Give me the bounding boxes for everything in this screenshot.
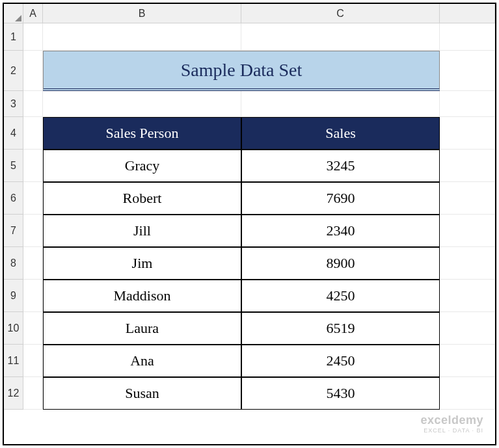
cell-d4[interactable]	[440, 117, 495, 150]
table-row[interactable]: Laura	[43, 312, 241, 345]
cell-d6[interactable]	[440, 182, 495, 215]
cell-a3[interactable]	[23, 91, 43, 117]
watermark-brand: exceldemy	[420, 414, 483, 427]
table-row[interactable]: Gracy	[43, 150, 241, 182]
row-header-1[interactable]: 1	[4, 23, 23, 51]
cell-a10[interactable]	[23, 312, 43, 345]
cell-a2[interactable]	[23, 51, 43, 91]
cell-d1[interactable]	[440, 23, 495, 51]
row-header-4[interactable]: 4	[4, 117, 23, 150]
spreadsheet-frame: A B C 1 2 Sample Data Set 3 4 Sales Pers…	[3, 3, 496, 445]
row-header-7[interactable]: 7	[4, 215, 23, 247]
cell-a6[interactable]	[23, 182, 43, 215]
row-header-12[interactable]: 12	[4, 377, 23, 410]
select-all-corner[interactable]	[4, 4, 23, 23]
table-row[interactable]: 2450	[241, 345, 440, 377]
table-header-person[interactable]: Sales Person	[43, 117, 241, 150]
table-row[interactable]: Robert	[43, 182, 241, 215]
col-header-d[interactable]	[440, 4, 495, 23]
cell-a7[interactable]	[23, 215, 43, 247]
row-header-2[interactable]: 2	[4, 51, 23, 91]
col-header-a[interactable]: A	[23, 4, 43, 23]
cell-d8[interactable]	[440, 247, 495, 280]
cell-d3[interactable]	[440, 91, 495, 117]
row-header-6[interactable]: 6	[4, 182, 23, 215]
cell-c3[interactable]	[241, 91, 440, 117]
row-header-9[interactable]: 9	[4, 280, 23, 312]
cell-d10[interactable]	[440, 312, 495, 345]
row-header-11[interactable]: 11	[4, 345, 23, 377]
cell-a5[interactable]	[23, 150, 43, 182]
table-row[interactable]: Ana	[43, 345, 241, 377]
cell-a4[interactable]	[23, 117, 43, 150]
cell-d5[interactable]	[440, 150, 495, 182]
title-cell[interactable]: Sample Data Set	[43, 51, 440, 91]
cell-a9[interactable]	[23, 280, 43, 312]
spreadsheet-grid: A B C 1 2 Sample Data Set 3 4 Sales Pers…	[4, 4, 495, 410]
row-header-5[interactable]: 5	[4, 150, 23, 182]
table-row[interactable]: 5430	[241, 377, 440, 410]
table-row[interactable]: 6519	[241, 312, 440, 345]
watermark: exceldemy EXCEL · DATA · BI	[420, 414, 483, 434]
cell-d2[interactable]	[440, 51, 495, 91]
cell-a8[interactable]	[23, 247, 43, 280]
table-row[interactable]: Maddison	[43, 280, 241, 312]
table-row[interactable]: Jill	[43, 215, 241, 247]
cell-d11[interactable]	[440, 345, 495, 377]
cell-b3[interactable]	[43, 91, 241, 117]
cell-b1[interactable]	[43, 23, 241, 51]
col-header-c[interactable]: C	[241, 4, 440, 23]
cell-d12[interactable]	[440, 377, 495, 410]
table-row[interactable]: Jim	[43, 247, 241, 280]
table-header-sales[interactable]: Sales	[241, 117, 440, 150]
watermark-tag: EXCEL · DATA · BI	[420, 427, 483, 434]
cell-a12[interactable]	[23, 377, 43, 410]
table-row[interactable]: 7690	[241, 182, 440, 215]
row-header-10[interactable]: 10	[4, 312, 23, 345]
cell-a1[interactable]	[23, 23, 43, 51]
row-header-3[interactable]: 3	[4, 91, 23, 117]
cell-a11[interactable]	[23, 345, 43, 377]
col-header-b[interactable]: B	[43, 4, 241, 23]
cell-c1[interactable]	[241, 23, 440, 51]
table-row[interactable]: 3245	[241, 150, 440, 182]
cell-d9[interactable]	[440, 280, 495, 312]
row-header-8[interactable]: 8	[4, 247, 23, 280]
table-row[interactable]: 8900	[241, 247, 440, 280]
table-row[interactable]: 4250	[241, 280, 440, 312]
table-row[interactable]: Susan	[43, 377, 241, 410]
cell-d7[interactable]	[440, 215, 495, 247]
table-row[interactable]: 2340	[241, 215, 440, 247]
